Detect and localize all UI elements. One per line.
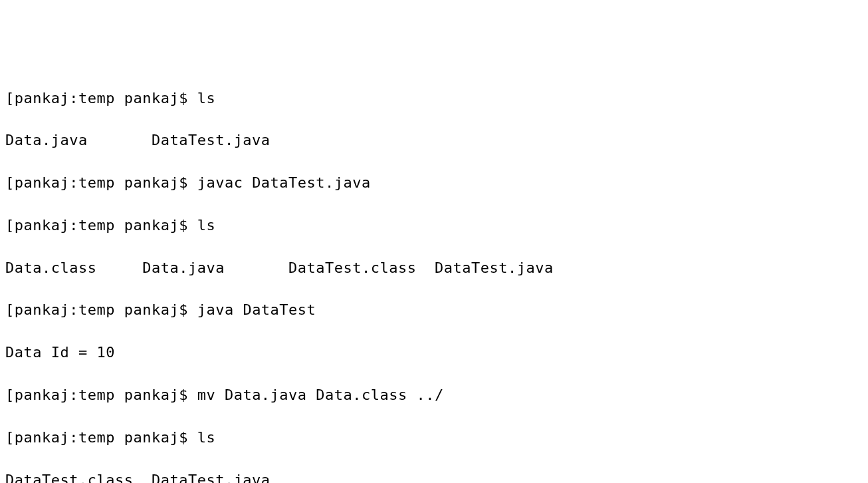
terminal-output[interactable]: [pankaj:temp pankaj$ ls Data.java DataTe… xyxy=(5,88,863,483)
command-text: java DataTest xyxy=(197,301,316,318)
output-text: DataTest.class DataTest.java xyxy=(5,472,271,483)
prompt-prefix: [ xyxy=(5,217,15,234)
terminal-line: Data Id = 10 xyxy=(5,342,863,363)
prompt-prefix: [ xyxy=(5,174,15,191)
shell-prompt: pankaj:temp pankaj$ xyxy=(15,387,197,403)
terminal-line: Data.class Data.java DataTest.class Data… xyxy=(5,257,863,279)
prompt-prefix: [ xyxy=(5,301,15,318)
command-text: mv Data.java Data.class ../ xyxy=(197,387,444,403)
prompt-prefix: [ xyxy=(5,429,15,446)
terminal-line: [pankaj:temp pankaj$ ls xyxy=(5,215,863,236)
terminal-line: [pankaj:temp pankaj$ ls xyxy=(5,427,863,448)
command-text: ls xyxy=(197,217,216,234)
terminal-line: [pankaj:temp pankaj$ java DataTest xyxy=(5,299,863,321)
prompt-prefix: [ xyxy=(5,90,15,106)
prompt-prefix: [ xyxy=(5,387,15,403)
command-text: ls xyxy=(197,90,216,106)
output-text: Data.class Data.java DataTest.class Data… xyxy=(5,259,554,276)
shell-prompt: pankaj:temp pankaj$ xyxy=(15,90,197,106)
shell-prompt: pankaj:temp pankaj$ xyxy=(15,429,197,446)
output-text: Data Id = 10 xyxy=(5,344,115,361)
terminal-line: [pankaj:temp pankaj$ mv Data.java Data.c… xyxy=(5,385,863,406)
shell-prompt: pankaj:temp pankaj$ xyxy=(15,217,197,234)
terminal-line: Data.java DataTest.java xyxy=(5,130,863,151)
command-text: ls xyxy=(197,429,216,446)
terminal-line: [pankaj:temp pankaj$ javac DataTest.java xyxy=(5,172,863,194)
command-text: javac DataTest.java xyxy=(197,174,371,191)
shell-prompt: pankaj:temp pankaj$ xyxy=(15,301,197,318)
terminal-line: DataTest.class DataTest.java xyxy=(5,470,863,483)
output-text: Data.java DataTest.java xyxy=(5,132,271,148)
terminal-line: [pankaj:temp pankaj$ ls xyxy=(5,88,863,109)
shell-prompt: pankaj:temp pankaj$ xyxy=(15,174,197,191)
